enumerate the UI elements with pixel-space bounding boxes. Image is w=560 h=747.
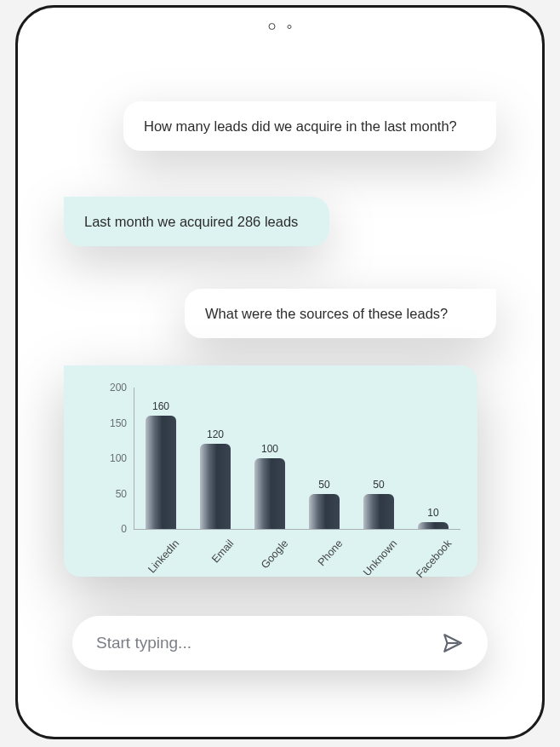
device-camera xyxy=(269,23,292,30)
message-user-2: What were the sources of these leads? xyxy=(185,289,496,338)
chart-y-tick: 0 xyxy=(93,523,127,535)
chart-value-label: 50 xyxy=(299,479,350,491)
leads-sources-chart: 050100150200160LinkedIn120Email100Google… xyxy=(64,365,477,577)
chart-value-label: 120 xyxy=(190,428,241,440)
chart-y-axis xyxy=(134,388,134,529)
chart-x-axis xyxy=(134,529,460,530)
chart-bar xyxy=(309,494,340,530)
chat-input-wrap xyxy=(72,616,488,670)
chart-bar xyxy=(200,444,231,529)
message-bot-1: Last month we acquired 286 leads xyxy=(64,197,329,246)
send-button[interactable] xyxy=(440,630,466,656)
message-text: How many leads did we acquire in the las… xyxy=(144,118,457,134)
sensor-dot-icon xyxy=(288,25,292,29)
chart-category-label: Unknown xyxy=(351,537,399,589)
chart-y-tick: 50 xyxy=(93,488,127,500)
camera-dot-icon xyxy=(269,23,276,30)
chart-y-tick: 100 xyxy=(93,452,127,464)
tablet-device-frame: How many leads did we acquire in the las… xyxy=(15,5,545,739)
chart-category-label: Email xyxy=(187,537,236,589)
chart-value-label: 100 xyxy=(244,443,295,455)
chart-category-label: Google xyxy=(242,537,290,589)
chart-bar xyxy=(418,522,449,529)
chart-value-label: 50 xyxy=(353,479,404,491)
screen: How many leads did we acquire in the las… xyxy=(37,45,523,718)
chart-category-label: Facebook xyxy=(405,537,454,589)
chart-bar xyxy=(146,416,176,529)
chart-value-label: 160 xyxy=(135,400,186,412)
message-bot-chart: 050100150200160LinkedIn120Email100Google… xyxy=(64,365,477,577)
message-user-1: How many leads did we acquire in the las… xyxy=(123,101,496,151)
message-text: What were the sources of these leads? xyxy=(205,306,448,321)
chart-bar xyxy=(363,494,394,530)
chat-input[interactable] xyxy=(94,633,440,653)
chart-category-label: LinkedIn xyxy=(133,537,181,589)
send-icon xyxy=(442,632,464,654)
message-text: Last month we acquired 286 leads xyxy=(84,214,298,229)
chart-y-tick: 150 xyxy=(93,417,127,429)
chart-value-label: 10 xyxy=(408,507,459,519)
chart-bar xyxy=(254,458,285,529)
chart-category-label: Phone xyxy=(296,537,345,589)
chart-y-tick: 200 xyxy=(93,382,127,394)
